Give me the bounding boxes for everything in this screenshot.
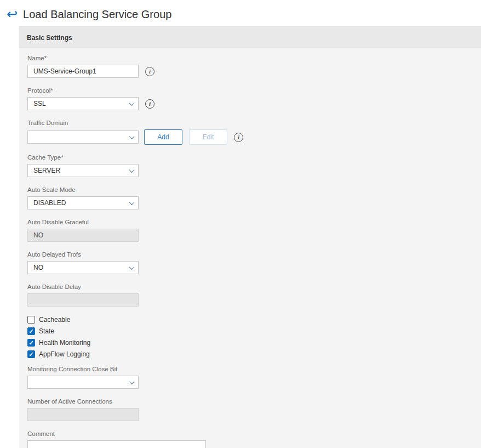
info-icon[interactable]: i <box>145 99 154 109</box>
auto-scale-mode-label: Auto Scale Mode <box>27 186 473 193</box>
appflow-logging-checkbox[interactable] <box>27 350 35 358</box>
comment-textarea[interactable] <box>27 440 206 448</box>
panel-title: Basic Settings <box>27 34 72 42</box>
cache-type-label: Cache Type* <box>27 154 473 161</box>
back-arrow-icon[interactable]: ↩ <box>7 8 18 21</box>
field-cache-type: Cache Type* SERVER <box>27 154 473 177</box>
cacheable-checkbox-label: Cacheable <box>39 316 70 324</box>
cache-type-select[interactable]: SERVER <box>27 164 139 177</box>
traffic-domain-label: Traffic Domain <box>27 120 473 126</box>
monitoring-close-bit-label: Monitoring Connection Close Bit <box>27 366 473 372</box>
field-active-connections: Number of Active Connections <box>27 398 473 421</box>
active-connections-input <box>27 408 139 421</box>
auto-delayed-trofs-select-value: NO <box>33 264 43 271</box>
checkbox-group: Cacheable State Health Monitoring AppFlo… <box>27 316 473 358</box>
appflow-logging-checkbox-label: AppFlow Logging <box>39 350 90 358</box>
auto-disable-graceful-label: Auto Disable Graceful <box>27 219 473 225</box>
chevron-down-icon <box>129 264 135 270</box>
name-label: Name* <box>27 55 473 61</box>
protocol-select-value: SSL <box>33 100 46 107</box>
state-checkbox[interactable] <box>27 327 35 335</box>
auto-delayed-trofs-select[interactable]: NO <box>27 261 139 274</box>
auto-disable-delay-label: Auto Disable Delay <box>27 283 473 290</box>
chevron-down-icon <box>129 379 135 384</box>
field-protocol: Protocol* SSL i <box>27 87 473 110</box>
monitoring-close-bit-select[interactable] <box>27 376 139 389</box>
field-auto-scale-mode: Auto Scale Mode DISABLED <box>27 186 473 209</box>
field-name: Name* i <box>27 55 473 78</box>
cacheable-checkbox-row[interactable]: Cacheable <box>27 316 473 324</box>
field-auto-disable-graceful: Auto Disable Graceful <box>27 219 473 242</box>
info-icon[interactable]: i <box>234 133 243 142</box>
panel-header: Basic Settings <box>19 27 481 48</box>
comment-label: Comment <box>27 430 473 437</box>
auto-scale-mode-select[interactable]: DISABLED <box>27 196 139 209</box>
chevron-down-icon <box>129 100 135 106</box>
basic-settings-panel: Basic Settings Name* i Protocol* SSL i T <box>19 26 481 448</box>
chevron-down-icon <box>129 167 135 173</box>
health-monitoring-checkbox-row[interactable]: Health Monitoring <box>27 339 473 347</box>
field-comment: Comment <box>27 430 473 448</box>
health-monitoring-checkbox[interactable] <box>27 339 35 347</box>
traffic-domain-select[interactable] <box>27 131 139 144</box>
appflow-logging-checkbox-row[interactable]: AppFlow Logging <box>27 350 473 358</box>
protocol-select[interactable]: SSL <box>27 97 139 110</box>
field-auto-delayed-trofs: Auto Delayed Trofs NO <box>27 251 473 274</box>
health-monitoring-checkbox-label: Health Monitoring <box>39 339 90 347</box>
cache-type-select-value: SERVER <box>33 167 60 174</box>
auto-disable-delay-input <box>27 293 139 307</box>
field-auto-disable-delay: Auto Disable Delay <box>27 283 473 307</box>
cacheable-checkbox[interactable] <box>27 316 35 324</box>
chevron-down-icon <box>129 134 135 139</box>
field-traffic-domain: Traffic Domain Add Edit i <box>27 120 473 145</box>
info-icon[interactable]: i <box>145 67 154 76</box>
page-title: Load Balancing Service Group <box>23 8 171 21</box>
auto-disable-graceful-input <box>27 229 139 242</box>
state-checkbox-label: State <box>39 327 54 335</box>
auto-scale-mode-select-value: DISABLED <box>33 199 66 207</box>
chevron-down-icon <box>129 200 135 205</box>
panel-body: Name* i Protocol* SSL i Traffic Domain <box>19 48 481 448</box>
auto-delayed-trofs-label: Auto Delayed Trofs <box>27 251 473 258</box>
traffic-domain-add-button[interactable]: Add <box>144 129 182 145</box>
active-connections-label: Number of Active Connections <box>27 398 473 405</box>
name-input[interactable] <box>27 65 139 78</box>
page-header: ↩ Load Balancing Service Group <box>0 0 481 26</box>
field-monitoring-close-bit: Monitoring Connection Close Bit <box>27 366 473 389</box>
state-checkbox-row[interactable]: State <box>27 327 473 335</box>
protocol-label: Protocol* <box>27 87 473 94</box>
traffic-domain-edit-button[interactable]: Edit <box>189 129 227 145</box>
